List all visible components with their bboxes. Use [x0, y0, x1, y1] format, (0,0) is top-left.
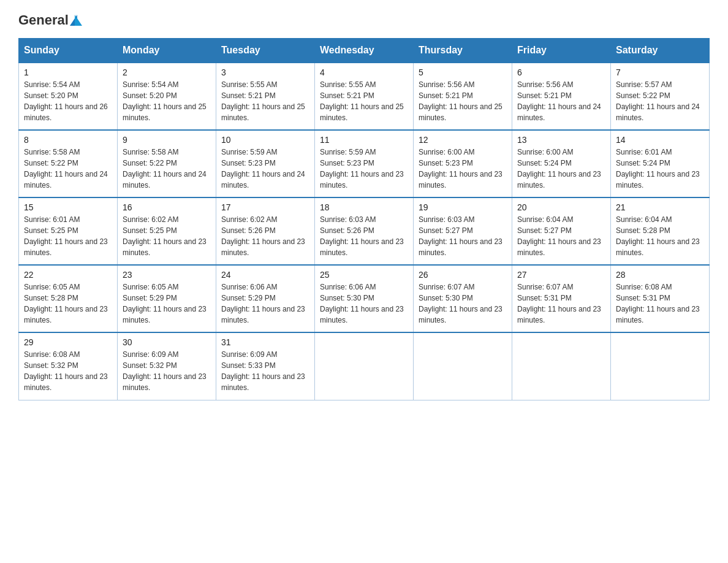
- day-number: 30: [123, 337, 211, 347]
- day-number: 25: [320, 270, 408, 280]
- day-number: 20: [517, 202, 605, 212]
- day-number: 26: [419, 270, 507, 280]
- calendar-day-cell: [611, 332, 710, 400]
- day-info: Sunrise: 6:05 AMSunset: 5:28 PMDaylight:…: [24, 282, 112, 326]
- day-info: Sunrise: 6:04 AMSunset: 5:28 PMDaylight:…: [616, 214, 704, 258]
- weekday-header-sunday: Sunday: [19, 39, 118, 63]
- weekday-header-thursday: Thursday: [414, 39, 512, 63]
- day-info: Sunrise: 6:06 AMSunset: 5:30 PMDaylight:…: [320, 282, 408, 326]
- calendar-day-cell: 24Sunrise: 6:06 AMSunset: 5:29 PMDayligh…: [216, 265, 315, 332]
- day-number: 8: [24, 135, 112, 145]
- header: General: [18, 12, 710, 27]
- day-number: 9: [123, 135, 211, 145]
- day-number: 14: [616, 135, 704, 145]
- day-number: 3: [221, 67, 309, 77]
- logo-triangle2-icon: [75, 15, 82, 26]
- day-info: Sunrise: 6:08 AMSunset: 5:31 PMDaylight:…: [616, 282, 704, 326]
- day-info: Sunrise: 6:00 AMSunset: 5:24 PMDaylight:…: [517, 147, 605, 191]
- day-info: Sunrise: 6:01 AMSunset: 5:24 PMDaylight:…: [616, 147, 704, 191]
- day-number: 19: [419, 202, 507, 212]
- calendar-day-cell: 22Sunrise: 6:05 AMSunset: 5:28 PMDayligh…: [19, 265, 118, 332]
- calendar-day-cell: 13Sunrise: 6:00 AMSunset: 5:24 PMDayligh…: [512, 130, 611, 197]
- calendar-day-cell: 7Sunrise: 5:57 AMSunset: 5:22 PMDaylight…: [611, 63, 710, 130]
- logo: General: [18, 12, 82, 27]
- weekday-header-tuesday: Tuesday: [216, 39, 315, 63]
- calendar-day-cell: 4Sunrise: 5:55 AMSunset: 5:21 PMDaylight…: [315, 63, 414, 130]
- day-number: 2: [123, 67, 211, 77]
- calendar-day-cell: 14Sunrise: 6:01 AMSunset: 5:24 PMDayligh…: [611, 130, 710, 197]
- calendar-day-cell: [414, 332, 512, 400]
- calendar-day-cell: 19Sunrise: 6:03 AMSunset: 5:27 PMDayligh…: [414, 197, 512, 265]
- calendar-day-cell: 3Sunrise: 5:55 AMSunset: 5:21 PMDaylight…: [216, 63, 315, 130]
- calendar-day-cell: 26Sunrise: 6:07 AMSunset: 5:30 PMDayligh…: [414, 265, 512, 332]
- day-info: Sunrise: 5:58 AMSunset: 5:22 PMDaylight:…: [24, 147, 112, 191]
- day-info: Sunrise: 5:56 AMSunset: 5:21 PMDaylight:…: [517, 79, 605, 123]
- calendar-day-cell: 27Sunrise: 6:07 AMSunset: 5:31 PMDayligh…: [512, 265, 611, 332]
- day-number: 24: [221, 270, 309, 280]
- calendar-day-cell: [315, 332, 414, 400]
- calendar-day-cell: 20Sunrise: 6:04 AMSunset: 5:27 PMDayligh…: [512, 197, 611, 265]
- calendar-day-cell: 2Sunrise: 5:54 AMSunset: 5:20 PMDaylight…: [118, 63, 216, 130]
- day-number: 7: [616, 67, 704, 77]
- day-info: Sunrise: 5:58 AMSunset: 5:22 PMDaylight:…: [123, 147, 211, 191]
- calendar-week-row: 22Sunrise: 6:05 AMSunset: 5:28 PMDayligh…: [19, 265, 710, 332]
- day-info: Sunrise: 6:03 AMSunset: 5:26 PMDaylight:…: [320, 214, 408, 258]
- day-info: Sunrise: 5:57 AMSunset: 5:22 PMDaylight:…: [616, 79, 704, 123]
- day-number: 15: [24, 202, 112, 212]
- day-number: 27: [517, 270, 605, 280]
- day-info: Sunrise: 6:04 AMSunset: 5:27 PMDaylight:…: [517, 214, 605, 258]
- day-number: 10: [221, 135, 309, 145]
- calendar-day-cell: 10Sunrise: 5:59 AMSunset: 5:23 PMDayligh…: [216, 130, 315, 197]
- calendar-day-cell: 6Sunrise: 5:56 AMSunset: 5:21 PMDaylight…: [512, 63, 611, 130]
- calendar-day-cell: 12Sunrise: 6:00 AMSunset: 5:23 PMDayligh…: [414, 130, 512, 197]
- day-info: Sunrise: 6:07 AMSunset: 5:30 PMDaylight:…: [419, 282, 507, 326]
- day-info: Sunrise: 6:05 AMSunset: 5:29 PMDaylight:…: [123, 282, 211, 326]
- day-info: Sunrise: 6:02 AMSunset: 5:26 PMDaylight:…: [221, 214, 309, 258]
- weekday-header-monday: Monday: [118, 39, 216, 63]
- calendar-day-cell: 15Sunrise: 6:01 AMSunset: 5:25 PMDayligh…: [19, 197, 118, 265]
- calendar-day-cell: 21Sunrise: 6:04 AMSunset: 5:28 PMDayligh…: [611, 197, 710, 265]
- day-info: Sunrise: 6:02 AMSunset: 5:25 PMDaylight:…: [123, 214, 211, 258]
- day-number: 18: [320, 202, 408, 212]
- calendar-day-cell: 30Sunrise: 6:09 AMSunset: 5:32 PMDayligh…: [118, 332, 216, 400]
- calendar-week-row: 29Sunrise: 6:08 AMSunset: 5:32 PMDayligh…: [19, 332, 710, 400]
- calendar-day-cell: 1Sunrise: 5:54 AMSunset: 5:20 PMDaylight…: [19, 63, 118, 130]
- calendar-week-row: 15Sunrise: 6:01 AMSunset: 5:25 PMDayligh…: [19, 197, 710, 265]
- day-info: Sunrise: 5:56 AMSunset: 5:21 PMDaylight:…: [419, 79, 507, 123]
- day-number: 1: [24, 67, 112, 77]
- day-info: Sunrise: 5:59 AMSunset: 5:23 PMDaylight:…: [320, 147, 408, 191]
- calendar-day-cell: 25Sunrise: 6:06 AMSunset: 5:30 PMDayligh…: [315, 265, 414, 332]
- calendar-day-cell: 23Sunrise: 6:05 AMSunset: 5:29 PMDayligh…: [118, 265, 216, 332]
- day-info: Sunrise: 5:55 AMSunset: 5:21 PMDaylight:…: [221, 79, 309, 123]
- day-info: Sunrise: 6:09 AMSunset: 5:33 PMDaylight:…: [221, 349, 309, 393]
- day-number: 23: [123, 270, 211, 280]
- logo-general-text: General: [18, 12, 69, 28]
- day-number: 5: [419, 67, 507, 77]
- calendar-day-cell: [512, 332, 611, 400]
- day-number: 21: [616, 202, 704, 212]
- day-info: Sunrise: 6:09 AMSunset: 5:32 PMDaylight:…: [123, 349, 211, 393]
- calendar-day-cell: 28Sunrise: 6:08 AMSunset: 5:31 PMDayligh…: [611, 265, 710, 332]
- day-info: Sunrise: 6:07 AMSunset: 5:31 PMDaylight:…: [517, 282, 605, 326]
- calendar-day-cell: 11Sunrise: 5:59 AMSunset: 5:23 PMDayligh…: [315, 130, 414, 197]
- weekday-header-wednesday: Wednesday: [315, 39, 414, 63]
- calendar-table: SundayMondayTuesdayWednesdayThursdayFrid…: [18, 38, 710, 400]
- day-number: 13: [517, 135, 605, 145]
- day-number: 22: [24, 270, 112, 280]
- day-info: Sunrise: 5:54 AMSunset: 5:20 PMDaylight:…: [24, 79, 112, 123]
- weekday-header-saturday: Saturday: [611, 39, 710, 63]
- day-number: 6: [517, 67, 605, 77]
- day-info: Sunrise: 6:00 AMSunset: 5:23 PMDaylight:…: [419, 147, 507, 191]
- calendar-day-cell: 5Sunrise: 5:56 AMSunset: 5:21 PMDaylight…: [414, 63, 512, 130]
- weekday-header-friday: Friday: [512, 39, 611, 63]
- calendar-day-cell: 9Sunrise: 5:58 AMSunset: 5:22 PMDaylight…: [118, 130, 216, 197]
- day-number: 11: [320, 135, 408, 145]
- day-number: 28: [616, 270, 704, 280]
- day-number: 31: [221, 337, 309, 347]
- calendar-week-row: 1Sunrise: 5:54 AMSunset: 5:20 PMDaylight…: [19, 63, 710, 130]
- day-info: Sunrise: 6:01 AMSunset: 5:25 PMDaylight:…: [24, 214, 112, 258]
- day-info: Sunrise: 5:54 AMSunset: 5:20 PMDaylight:…: [123, 79, 211, 123]
- day-number: 12: [419, 135, 507, 145]
- day-info: Sunrise: 6:08 AMSunset: 5:32 PMDaylight:…: [24, 349, 112, 393]
- calendar-day-cell: 29Sunrise: 6:08 AMSunset: 5:32 PMDayligh…: [19, 332, 118, 400]
